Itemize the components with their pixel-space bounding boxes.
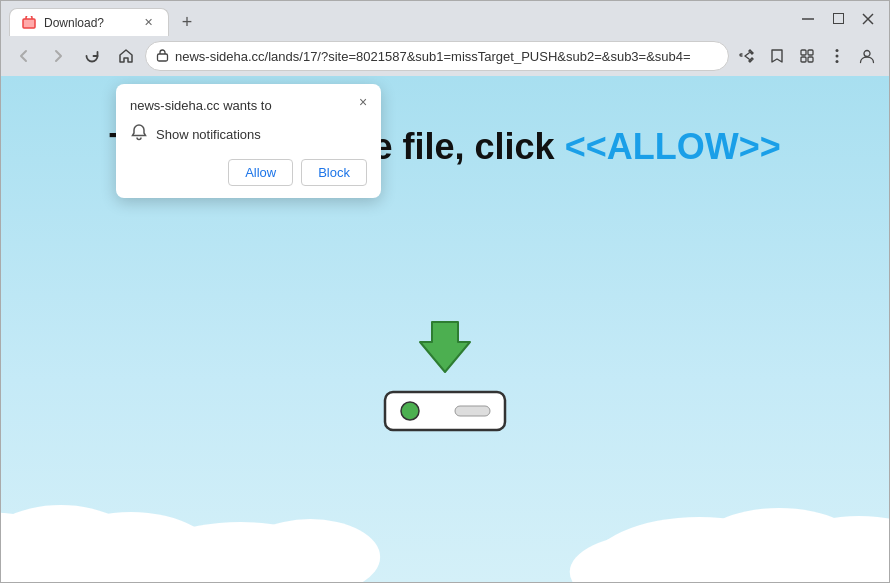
address-text: news-sideha.cc/lands/17/?site=8021587&su…	[175, 49, 718, 64]
bookmark-button[interactable]	[763, 42, 791, 70]
refresh-button[interactable]	[77, 41, 107, 71]
svg-rect-9	[808, 57, 813, 62]
popup-title: news-sideha.cc wants to	[130, 98, 367, 113]
title-bar: Download? ✕ +	[1, 1, 889, 36]
hard-drive-icon	[380, 382, 510, 437]
tab-close-button[interactable]: ✕	[140, 15, 156, 31]
nav-actions	[733, 42, 881, 70]
window-controls	[795, 6, 881, 32]
profile-button[interactable]	[853, 42, 881, 70]
share-button[interactable]	[733, 42, 761, 70]
page-content: To download the file, click <<ALLOW>> × …	[1, 76, 889, 582]
allow-button[interactable]: Allow	[228, 159, 293, 186]
svg-rect-7	[808, 50, 813, 55]
minimize-button[interactable]	[795, 6, 821, 32]
svg-rect-8	[801, 57, 806, 62]
popup-close-button[interactable]: ×	[353, 92, 373, 112]
lock-icon	[156, 48, 169, 65]
nav-bar: news-sideha.cc/lands/17/?site=8021587&su…	[1, 36, 889, 76]
forward-button[interactable]	[43, 41, 73, 71]
block-button[interactable]: Block	[301, 159, 367, 186]
browser-tab[interactable]: Download? ✕	[9, 8, 169, 36]
back-button[interactable]	[9, 41, 39, 71]
svg-rect-1	[802, 18, 814, 20]
svg-point-10	[836, 49, 839, 52]
home-button[interactable]	[111, 41, 141, 71]
svg-rect-29	[455, 406, 490, 416]
extensions-button[interactable]	[793, 42, 821, 70]
svg-rect-5	[158, 54, 168, 61]
browser-window: Download? ✕ +	[0, 0, 890, 583]
svg-point-13	[864, 51, 870, 57]
svg-marker-26	[420, 322, 470, 372]
svg-point-28	[401, 402, 419, 420]
close-button[interactable]	[855, 6, 881, 32]
notification-popup: × news-sideha.cc wants to Show notificat…	[116, 84, 381, 198]
popup-notification-item: Show notifications	[130, 123, 367, 145]
popup-item-text: Show notifications	[156, 127, 261, 142]
tab-title: Download?	[44, 16, 132, 30]
tab-favicon	[22, 16, 36, 30]
tab-area: Download? ✕ +	[9, 1, 787, 36]
browser-menu-button[interactable]	[823, 42, 851, 70]
address-bar[interactable]: news-sideha.cc/lands/17/?site=8021587&su…	[145, 41, 729, 71]
new-tab-button[interactable]: +	[173, 8, 201, 36]
main-text-allow: <<ALLOW>>	[565, 126, 781, 167]
svg-point-11	[836, 55, 839, 58]
maximize-button[interactable]	[825, 6, 851, 32]
svg-point-12	[836, 60, 839, 63]
download-arrow-icon	[410, 317, 480, 382]
svg-rect-6	[801, 50, 806, 55]
popup-buttons: Allow Block	[130, 159, 367, 186]
svg-rect-0	[23, 19, 35, 28]
bell-icon	[130, 123, 148, 145]
svg-rect-2	[833, 14, 843, 24]
download-illustration	[380, 317, 510, 437]
